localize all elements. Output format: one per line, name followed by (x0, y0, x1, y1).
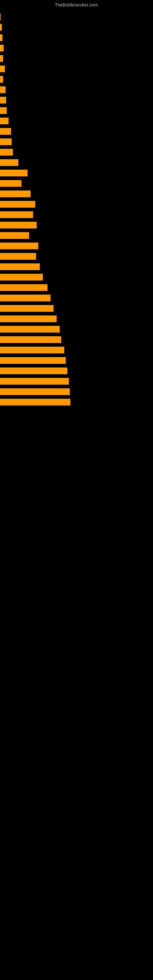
bar: Bo (0, 97, 6, 103)
bar-row: Bottle (0, 147, 153, 158)
bar: Bo (0, 107, 7, 114)
bar-label: Bottleneck result (0, 244, 26, 248)
bar-label: Bo (0, 46, 4, 50)
bar-label: Bo (0, 98, 5, 102)
bar-row: Bottleneck result (0, 376, 153, 387)
bar: Bo (0, 65, 5, 72)
bar-label: B (0, 57, 3, 60)
bar-label: Bottleneck result (0, 223, 26, 227)
bar-label: Bo (0, 88, 5, 92)
bar-row: Bottleneck (0, 178, 153, 189)
bar: Bottleneck result (0, 294, 51, 301)
bar: Bottl (0, 138, 12, 145)
bar-label: Bottlenec (0, 161, 15, 164)
bar-label: Bottleneck result (0, 202, 26, 206)
bar-label: B (0, 25, 2, 29)
bar-row: Bottleneck result (0, 303, 153, 313)
bar-row (0, 12, 153, 22)
bar: Bottleneck result (0, 274, 43, 280)
bar: Bottleneck res (0, 170, 27, 177)
bar (0, 13, 1, 20)
bar-row: B (0, 53, 153, 64)
bar-row: Bottleneck result (0, 313, 153, 324)
bar-row: Bo (0, 95, 153, 105)
bar: Bottleneck result (0, 305, 54, 312)
bar-label: Bottleneck resu (0, 192, 24, 196)
bar-label: Bottleneck result (0, 328, 26, 331)
bar-row: Bottleneck result (0, 241, 153, 251)
bar-row: B (0, 74, 153, 84)
bar-label: Bottleneck result (0, 275, 26, 279)
bar-label: Bottleneck result (0, 359, 26, 362)
bar-label: B (0, 78, 3, 81)
bar-row: Bo (0, 84, 153, 95)
bar: Bottleneck result (0, 315, 57, 322)
bar-row: Bottleneck result (0, 261, 153, 272)
bar-row: Bottleneck re (0, 230, 153, 241)
bar-label: Bottleneck resu (0, 255, 24, 258)
bar-label: Bottleneck result (0, 338, 26, 342)
bar-label: Bottleneck result (0, 348, 26, 352)
bar: Bottleneck result (0, 222, 37, 229)
bar: B (0, 76, 3, 83)
bar: Bot (0, 118, 9, 124)
bar-label: Bottleneck (0, 181, 17, 185)
bar-row: Bottleneck resu (0, 251, 153, 261)
bar-row: Bottleneck result (0, 293, 153, 303)
bar: Bottleneck resu (0, 211, 33, 218)
bar-label: Bottleneck result (0, 286, 26, 290)
bar-label: Bottleneck resu (0, 213, 24, 216)
bar: Bottleneck result (0, 357, 66, 364)
bar-row: Bottleneck result (0, 334, 153, 345)
bar: Bottleneck resu (0, 191, 30, 197)
bar-row: Bottleneck result (0, 387, 153, 397)
bar-label: Bottleneck result (0, 265, 26, 269)
bar-label: Bottl (0, 130, 8, 133)
bar-label: Bottleneck result (0, 317, 26, 321)
bar: Bottleneck (0, 180, 21, 187)
bar: Bo (0, 45, 4, 51)
bar: Bottleneck result (0, 347, 64, 353)
bar-row: Bot (0, 116, 153, 126)
bar: Bottleneck result (0, 388, 70, 395)
bar: B (0, 24, 2, 30)
bar-row: Bo (0, 43, 153, 53)
bar-label: Bottle (0, 150, 10, 154)
bar-row: B (0, 32, 153, 43)
bar: Bottleneck result (0, 263, 40, 270)
bar-label: Bo (0, 67, 5, 71)
bar-label: Bottleneck result (0, 379, 26, 383)
bar-row: Bottleneck resu (0, 210, 153, 220)
bar-label: Bottl (0, 140, 8, 144)
bar: Bottleneck result (0, 243, 38, 249)
bar: Bottle (0, 149, 13, 156)
bar-label: Bottleneck result (0, 296, 26, 300)
bar-row: Bottleneck resu (0, 189, 153, 199)
bar-row: Bo (0, 105, 153, 116)
bar-row: B (0, 22, 153, 32)
bar-label: Bottleneck re (0, 234, 21, 237)
bar-label: Bottleneck res (0, 171, 22, 175)
bar-row: Bottl (0, 126, 153, 137)
bar-row: Bo (0, 64, 153, 74)
bar: Bottleneck result (0, 201, 35, 208)
bar-row: Bottleneck result (0, 397, 153, 407)
bar-label: Bottleneck result (0, 369, 26, 373)
bar-row: Bottleneck result (0, 220, 153, 230)
bar: B (0, 34, 2, 41)
bar: Bottleneck result (0, 326, 60, 332)
bar: Bottleneck result (0, 336, 61, 343)
bar-row: Bottleneck result (0, 272, 153, 282)
bar-label: B (0, 36, 2, 40)
bar-row: Bottleneck result (0, 366, 153, 376)
bar: Bo (0, 86, 5, 93)
bar-row: Bottleneck result (0, 282, 153, 293)
bar-label: Bot (0, 119, 6, 123)
bar-label: Bo (0, 109, 5, 112)
bar-row: Bottleneck result (0, 199, 153, 210)
bar: Bottl (0, 128, 11, 135)
bar-row: Bottleneck result (0, 355, 153, 366)
bar-row: Bottl (0, 137, 153, 147)
bar: Bottleneck result (0, 284, 48, 291)
bar-label: Bottleneck result (0, 390, 26, 393)
